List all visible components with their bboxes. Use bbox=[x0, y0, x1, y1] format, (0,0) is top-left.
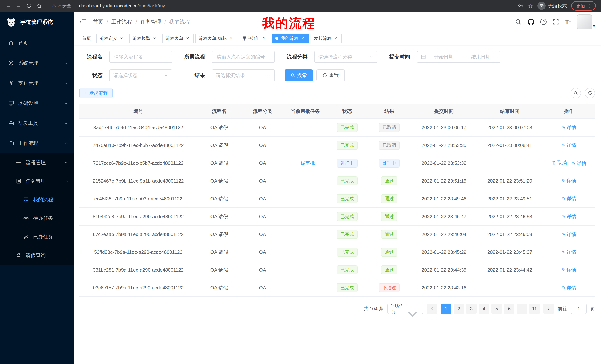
browser-forward-icon[interactable]: → bbox=[14, 1, 23, 10]
cancel-link[interactable]: 取消 bbox=[551, 160, 567, 166]
sidebar-item-done-task[interactable]: 已办任务 bbox=[0, 228, 74, 246]
detail-link[interactable]: ✎ 详情 bbox=[562, 285, 576, 291]
search-button[interactable]: 搜索 bbox=[285, 69, 313, 81]
user-menu[interactable]: ▾ bbox=[577, 14, 595, 29]
page-size-select[interactable]: 10条/页 bbox=[387, 304, 423, 314]
bookmark-star-icon[interactable]: ☆ bbox=[528, 3, 533, 9]
font-size-icon[interactable]: TT bbox=[565, 19, 571, 25]
detail-link[interactable]: ✎ 详情 bbox=[562, 142, 576, 149]
page-button[interactable]: 1 bbox=[441, 304, 451, 314]
close-icon[interactable]: × bbox=[300, 36, 305, 41]
update-button[interactable]: 更新 ⋮ bbox=[571, 1, 596, 10]
page-button[interactable]: ··· bbox=[517, 304, 527, 314]
page-button[interactable]: 2 bbox=[453, 304, 464, 314]
page-button[interactable]: 5 bbox=[491, 304, 502, 314]
reset-button[interactable]: 重置 bbox=[316, 69, 345, 81]
sidebar-item-todo-task[interactable]: 待办任务 bbox=[0, 209, 74, 228]
next-page-button[interactable] bbox=[543, 304, 554, 314]
page-button[interactable]: 4 bbox=[479, 304, 489, 314]
sidebar-item-infrastructure[interactable]: 基础设施 bbox=[0, 93, 74, 113]
detail-link[interactable]: ✎ 详情 bbox=[572, 160, 586, 167]
browser-back-icon[interactable]: ← bbox=[4, 1, 13, 10]
fullscreen-icon[interactable] bbox=[552, 19, 559, 25]
end-date-placeholder[interactable]: 结束日期 bbox=[465, 54, 496, 60]
create-process-button[interactable]: + 发起流程 bbox=[80, 88, 112, 98]
cell-result: 已取消 bbox=[367, 119, 411, 136]
close-icon[interactable]: × bbox=[261, 36, 267, 41]
cell-status: 已完成 bbox=[327, 225, 367, 243]
goto-page-input[interactable] bbox=[571, 304, 587, 314]
sidebar-item-process-manage[interactable]: 流程管理 bbox=[0, 153, 74, 172]
browser-menu-icon[interactable]: ⋮ bbox=[587, 3, 592, 9]
result-tag: 已取消 bbox=[379, 141, 400, 150]
start-date-placeholder[interactable]: 开始日期 bbox=[428, 54, 459, 60]
tag-view-tab[interactable]: 流程定义 × bbox=[96, 34, 127, 43]
key-icon[interactable] bbox=[518, 3, 523, 9]
submit-time-range-picker[interactable]: 开始日期 - 结束日期 bbox=[417, 51, 500, 63]
incognito-chip[interactable]: 无痕模式 bbox=[538, 2, 567, 10]
breadcrumb-task-manage[interactable]: 任务管理 bbox=[140, 18, 161, 25]
status-select[interactable]: 请选择状态 bbox=[109, 69, 172, 81]
tag-view-tab[interactable]: 流程模型 × bbox=[129, 34, 160, 43]
close-icon[interactable]: × bbox=[185, 36, 190, 41]
cell-status: 已完成 bbox=[327, 243, 367, 261]
detail-link[interactable]: ✎ 详情 bbox=[562, 249, 576, 256]
tag-view-tab[interactable]: 我的流程 × bbox=[272, 34, 309, 43]
page-button[interactable]: 3 bbox=[466, 304, 477, 314]
table-body: 3ad174fb-7b9d-11ec-8404-acde48001122 OA … bbox=[80, 119, 595, 297]
close-icon[interactable]: × bbox=[152, 36, 157, 41]
cell-process-name: OA 请假 bbox=[197, 119, 241, 136]
sidebar-item-payment[interactable]: ¥ 支付管理 bbox=[0, 73, 74, 93]
tag-view-tab[interactable]: 流程表单-编辑 × bbox=[195, 34, 237, 43]
close-icon[interactable]: × bbox=[119, 36, 124, 41]
tag-view-tab[interactable]: 用户分组 × bbox=[239, 34, 270, 43]
sidebar-item-my-process[interactable]: 我的流程 bbox=[0, 190, 74, 209]
process-definition-input[interactable] bbox=[212, 51, 275, 63]
detail-link[interactable]: ✎ 详情 bbox=[562, 213, 576, 220]
security-chip[interactable]: ⚠ 不安全 bbox=[52, 3, 71, 9]
detail-link[interactable]: ✎ 详情 bbox=[562, 124, 576, 131]
sidebar-item-workflow[interactable]: 工作流程 bbox=[0, 133, 74, 153]
page-size-value: 10条/页 bbox=[391, 303, 405, 315]
cell-end-time: 2022-01-22 23:46:53 bbox=[476, 208, 543, 225]
toggle-search-button[interactable] bbox=[571, 88, 581, 98]
current-task-link[interactable]: 一级审批 bbox=[296, 160, 315, 166]
breadcrumb-home[interactable]: 首页 bbox=[93, 18, 103, 25]
sidebar-item-task-manage[interactable]: 任务管理 bbox=[0, 172, 74, 190]
detail-link[interactable]: ✎ 详情 bbox=[562, 231, 576, 238]
detail-link[interactable]: ✎ 详情 bbox=[562, 178, 576, 184]
prev-page-button[interactable] bbox=[427, 304, 437, 314]
help-icon[interactable]: ? bbox=[540, 19, 547, 25]
sidebar-item-leave-query[interactable]: 请假查询 bbox=[0, 246, 74, 265]
address-bar[interactable]: ⚠ 不安全 | dashboard.yudao.iocoder.cn/bpm/t… bbox=[45, 3, 516, 9]
chevron-down-icon bbox=[64, 61, 68, 65]
tag-view-tab[interactable]: 流程表单 × bbox=[162, 34, 193, 43]
url-text[interactable]: dashboard.yudao.iocoder.cn/bpm/task/my bbox=[79, 3, 165, 9]
sidebar-item-label: 基础设施 bbox=[18, 100, 38, 106]
close-icon[interactable]: × bbox=[229, 36, 234, 41]
tag-view-tab[interactable]: 首页 bbox=[79, 34, 94, 43]
sidebar-item-home[interactable]: 首页 bbox=[0, 33, 74, 53]
sidebar-item-system[interactable]: 系统管理 bbox=[0, 53, 74, 73]
tag-view-tab[interactable]: 发起流程 × bbox=[311, 34, 342, 43]
avatar[interactable] bbox=[577, 14, 592, 29]
page-button[interactable]: 6 bbox=[504, 304, 514, 314]
github-icon[interactable] bbox=[528, 19, 534, 25]
close-icon[interactable]: × bbox=[333, 36, 338, 41]
search-icon[interactable] bbox=[515, 19, 522, 25]
result-select[interactable]: 请选择流结果 bbox=[212, 69, 275, 81]
category-select[interactable]: 请选择流程分类 bbox=[314, 51, 377, 63]
hamburger-icon[interactable] bbox=[80, 18, 87, 26]
sidebar-item-devtools[interactable]: 研发工具 bbox=[0, 113, 74, 133]
column-header: 当前审批任务 bbox=[284, 104, 327, 119]
browser-reload-icon[interactable] bbox=[25, 1, 33, 10]
cell-status: 已完成 bbox=[327, 261, 367, 279]
refresh-table-button[interactable] bbox=[585, 88, 595, 98]
detail-link[interactable]: ✎ 详情 bbox=[562, 196, 576, 202]
detail-link[interactable]: ✎ 详情 bbox=[562, 267, 576, 273]
breadcrumb-workflow[interactable]: 工作流程 bbox=[111, 18, 132, 25]
result-tag: 处理中 bbox=[379, 159, 400, 168]
process-name-input[interactable] bbox=[109, 51, 172, 63]
page-button[interactable]: 11 bbox=[529, 304, 540, 314]
browser-home-icon[interactable] bbox=[35, 1, 44, 10]
